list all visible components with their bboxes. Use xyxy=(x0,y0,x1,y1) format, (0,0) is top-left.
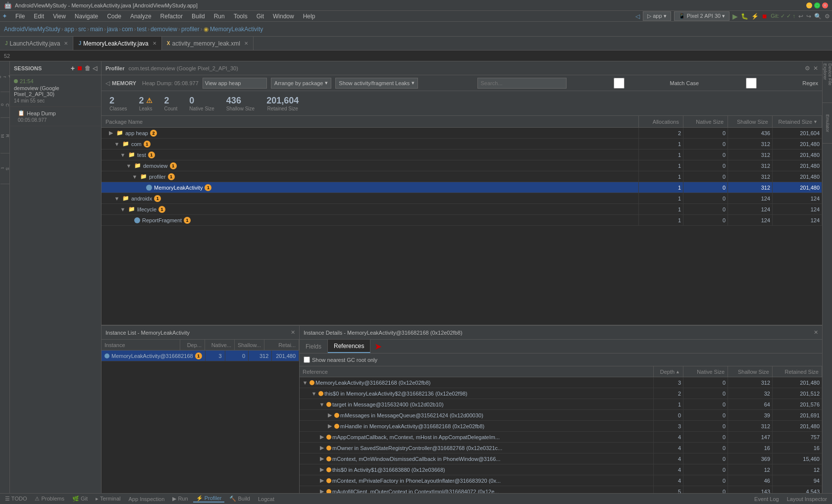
tree-row[interactable]: ▼ 📁 lifecycle 1 1 0 124 124 xyxy=(102,204,822,215)
right-strip-item-1[interactable]: Device File Explorer xyxy=(823,63,832,103)
th-allocations[interactable]: Allocations xyxy=(639,116,683,127)
tree-toggle-icon[interactable]: ▼ xyxy=(318,402,325,407)
tab-references[interactable]: References xyxy=(328,340,370,353)
tab-close-icon[interactable]: ✕ xyxy=(244,41,248,46)
stop-icon[interactable]: ⏹ xyxy=(762,13,768,20)
breadcrumb-main[interactable]: main xyxy=(90,26,103,33)
ref-row[interactable]: ▶ mMessages in MessageQueue@315621424 (0… xyxy=(300,410,822,421)
menu-git[interactable]: Git xyxy=(253,12,268,21)
breadcrumb-app[interactable]: app xyxy=(64,26,74,33)
th-shallow-size[interactable]: Shallow Size xyxy=(728,116,773,127)
profile-icon[interactable]: ⚡ xyxy=(751,13,759,20)
build-tab[interactable]: 🔨 Build xyxy=(226,496,253,502)
tree-toggle-icon[interactable]: ▼ xyxy=(119,152,126,158)
tree-toggle-icon[interactable]: ▼ xyxy=(131,174,138,180)
tree-toggle-icon[interactable]: ▼ xyxy=(302,380,309,386)
tree-toggle-icon[interactable]: ▶ xyxy=(318,466,325,473)
minimize-button[interactable]: — xyxy=(806,2,812,8)
rth-native-size[interactable]: Native Size xyxy=(683,366,728,377)
settings-icon[interactable]: ⚙ xyxy=(825,13,830,20)
event-log-btn[interactable]: Event Log xyxy=(751,496,782,502)
commit-tool-icon[interactable]: Co xyxy=(0,93,9,118)
nav-left-icon[interactable]: ◁ xyxy=(635,13,640,20)
breadcrumb-test[interactable]: test xyxy=(137,26,147,33)
rth-retained-size[interactable]: Retained Size xyxy=(773,366,822,377)
tree-toggle-icon[interactable]: ▶ xyxy=(326,412,333,418)
ref-row[interactable]: ▼ MemoryLeakActivity@316682168 (0x12e02f… xyxy=(300,377,822,388)
tree-toggle-icon[interactable]: ▼ xyxy=(119,206,126,212)
app-inspection-tab[interactable]: App Inspection xyxy=(126,496,168,502)
tree-toggle-icon[interactable]: ▼ xyxy=(113,141,120,147)
menu-refactor[interactable]: Refactor xyxy=(156,12,187,21)
ith-native[interactable]: Native... xyxy=(205,340,235,350)
layout-inspector-btn[interactable]: Layout Inspector xyxy=(784,496,830,502)
th-native-size[interactable]: Native Size xyxy=(683,116,728,127)
profiler-close-icon[interactable]: ✕ xyxy=(813,65,818,72)
rth-reference[interactable]: Reference xyxy=(300,366,654,377)
tree-row[interactable]: ▶ 📁 app heap 2 2 0 436 201,604 xyxy=(102,128,822,139)
tab-memory-leak-activity[interactable]: J MemoryLeakActivity.java ✕ xyxy=(73,37,161,50)
instance-row[interactable]: MemoryLeakActivity@316682168 1 3 0 312 2… xyxy=(102,351,299,361)
menu-edit[interactable]: Edit xyxy=(30,12,48,21)
tab-close-icon[interactable]: ✕ xyxy=(64,41,68,46)
todo-tab[interactable]: ☰ TODO xyxy=(2,496,30,502)
add-session-icon[interactable]: + xyxy=(71,64,75,72)
tree-toggle-icon[interactable]: ▶ xyxy=(326,423,333,429)
ith-shallow[interactable]: Shallow... xyxy=(235,340,264,350)
regex-checkbox[interactable] xyxy=(702,78,801,89)
breadcrumb-profiler[interactable]: profiler xyxy=(181,26,200,33)
menu-view[interactable]: View xyxy=(49,12,70,21)
profiler-settings-icon[interactable]: ⚙ xyxy=(805,65,810,72)
right-strip-item-2[interactable]: Emulator xyxy=(823,104,832,144)
ith-depth[interactable]: Dep... xyxy=(180,340,205,350)
tree-toggle-icon[interactable]: ▶ xyxy=(107,130,114,136)
menu-window[interactable]: Window xyxy=(269,12,298,21)
th-retained-size[interactable]: Retained Size ▼ xyxy=(773,116,822,127)
breadcrumb-java[interactable]: java xyxy=(107,26,118,33)
git-tab[interactable]: 🌿 Git xyxy=(69,496,91,502)
tree-toggle-icon[interactable]: ▼ xyxy=(311,391,317,397)
tree-toggle-icon[interactable]: ▶ xyxy=(318,488,325,493)
arrange-by-dropdown[interactable]: Arrange by package ▾ xyxy=(271,78,331,89)
menu-tools[interactable]: Tools xyxy=(230,12,252,21)
tree-row[interactable]: ▼ 📁 test 1 1 0 312 201,480 xyxy=(102,150,822,160)
tree-row[interactable]: ▼ 📁 profiler 1 1 0 312 201,480 xyxy=(102,171,822,182)
run-tab[interactable]: ▶ Run xyxy=(169,496,191,502)
search-input[interactable] xyxy=(477,78,567,89)
ref-row[interactable]: ▶ mHandle in MemoryLeakActivity@31668216… xyxy=(300,421,822,432)
match-case-checkbox[interactable] xyxy=(570,78,669,89)
nav-back-icon[interactable]: ◁ xyxy=(93,65,97,72)
menu-navigate[interactable]: Navigate xyxy=(71,12,102,21)
logcat-tab[interactable]: Logcat xyxy=(255,496,277,502)
breadcrumb-demoview[interactable]: demoview xyxy=(151,26,177,33)
menu-run[interactable]: Run xyxy=(210,12,229,21)
tab-launch-activity[interactable]: J LaunchActivity.java ✕ xyxy=(0,37,73,50)
tree-toggle-icon[interactable]: ▶ xyxy=(318,455,325,462)
ref-row[interactable]: ▶ mAutofillClient, mOuterContext in Cont… xyxy=(300,486,822,493)
resource-manager-icon[interactable]: RM xyxy=(0,119,9,153)
tree-toggle-icon[interactable]: ▼ xyxy=(125,163,132,169)
problems-tab[interactable]: ⚠ Problems xyxy=(32,496,67,502)
detail-close-icon[interactable]: ✕ xyxy=(814,329,818,336)
session-item[interactable]: 21:54 demoview (Google Pixel_2_API_30) 1… xyxy=(10,75,101,107)
maximize-button[interactable]: □ xyxy=(814,2,820,8)
menu-help[interactable]: Help xyxy=(299,12,319,21)
instance-close-icon[interactable]: ✕ xyxy=(291,329,295,336)
tree-toggle-icon[interactable]: ▼ xyxy=(113,196,120,202)
run-icon[interactable]: ▶ xyxy=(732,12,738,20)
menu-code[interactable]: Code xyxy=(103,12,125,21)
breadcrumb-project[interactable]: AndroidViewMyStudy xyxy=(4,26,60,33)
tab-close-icon[interactable]: ✕ xyxy=(153,41,156,46)
ref-row[interactable]: ▶ mOwner in SavedStateRegistryController… xyxy=(300,443,822,454)
debug-icon[interactable]: 🐛 xyxy=(741,13,748,20)
ref-row[interactable]: ▶ mContext, mOnWindowDismissedCallback i… xyxy=(300,454,822,464)
tree-row[interactable]: ▼ 📁 androidx 1 1 0 124 124 xyxy=(102,193,822,204)
show-leaks-dropdown[interactable]: Show activity/fragment Leaks ▾ xyxy=(335,78,418,89)
ref-row[interactable]: ▼ this$0 in MemoryLeakActivity$2@3166821… xyxy=(300,388,822,399)
tree-toggle-icon[interactable]: ▶ xyxy=(318,445,325,451)
menu-analyze[interactable]: Analyze xyxy=(126,12,156,21)
undo-icon[interactable]: ↩ xyxy=(798,13,803,20)
tree-row[interactable]: ▼ 📁 demoview 1 1 0 312 201,480 xyxy=(102,160,822,171)
ref-row[interactable]: ▶ mAppCompatCallback, mContext, mHost in… xyxy=(300,432,822,443)
profiler-tab[interactable]: ⚡ Profiler xyxy=(193,495,225,503)
